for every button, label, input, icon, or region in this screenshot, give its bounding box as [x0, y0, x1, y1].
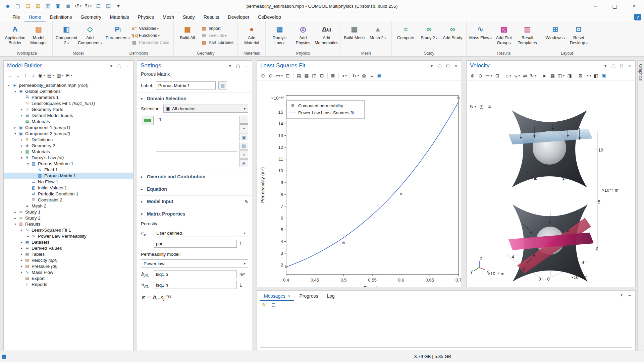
selection-graphics-toggle[interactable]	[141, 116, 154, 125]
tree-item-definitions[interactable]: ▸≡Definitions	[4, 136, 133, 142]
scene-grid-icon[interactable]: ▦	[549, 72, 556, 80]
menu-materials[interactable]: Materials	[106, 13, 133, 21]
new-file-icon[interactable]: ▢	[13, 2, 22, 10]
expander-icon[interactable]: ▸	[19, 258, 24, 262]
tree-item-component-1[interactable]: ▸▣Component 1 (comp1)	[4, 124, 133, 130]
expander-icon[interactable]: ▾	[25, 162, 31, 166]
panel-menu-icon[interactable]: ▾	[619, 293, 624, 298]
tree-item-initial-values-1[interactable]: ◧Initial Values 1	[4, 185, 133, 191]
tab-log[interactable]: Log	[323, 292, 338, 301]
save-icon[interactable]: ▣	[54, 2, 62, 10]
panel-minimize-icon[interactable]: –	[244, 63, 249, 68]
transparency-icon[interactable]: ◧	[592, 72, 600, 80]
expander-icon[interactable]: ▸	[19, 114, 24, 117]
save-to-manager-icon[interactable]: ≣	[64, 2, 72, 10]
tree-item-power-law-permeability[interactable]: ▸∿Power Law Permeability	[4, 233, 133, 239]
graphics-window-icon[interactable]: ▣	[600, 72, 607, 80]
clear-messages-icon[interactable]: ✎	[260, 301, 268, 309]
panel-menu-icon[interactable]: ▾	[228, 63, 232, 68]
tree-item-component-2[interactable]: ▾▣Component 2 (comp2)	[4, 130, 133, 136]
expander-icon[interactable]: ▾	[19, 156, 24, 160]
panel-close-icon[interactable]: ×	[453, 63, 458, 68]
tree-item-mass-flow[interactable]: ▸∿Mass Flow	[4, 269, 133, 275]
variables-button[interactable]: a=Variables▾	[130, 25, 171, 31]
section-domain-selection[interactable]: ▾ Domain Selection	[137, 93, 252, 103]
grid-toggle-icon[interactable]: ▦	[303, 72, 310, 80]
close-button[interactable]: ×	[625, 0, 644, 12]
tree-item-global-definitions[interactable]: ▾◉Global Definitions	[4, 88, 133, 94]
expander-icon[interactable]: ▾	[6, 83, 11, 87]
menu-physics[interactable]: Physics	[133, 13, 158, 21]
nav-forward-icon[interactable]: →	[14, 71, 21, 79]
least-squares-chart[interactable]: 234567891011121314150.40.450.50.550.60.6…	[257, 81, 462, 287]
tree-item-periodic-condition-1[interactable]: ⇄Periodic Condition 1	[4, 191, 133, 197]
zoom-out-icon[interactable]: ⊖	[477, 72, 484, 80]
zoom-box-icon[interactable]: ▭▾	[484, 72, 493, 80]
selection-list-item[interactable]: 1	[156, 117, 237, 122]
expander-icon[interactable]: ▸	[13, 126, 18, 129]
expander-icon[interactable]: ▸	[19, 270, 24, 274]
lock-view-icon[interactable]: ⊠	[577, 72, 584, 80]
panel-minimize-icon[interactable]: –	[627, 293, 632, 298]
tree-item-velocity[interactable]: ▸▧Velocity (spf)	[4, 257, 133, 263]
expander-icon[interactable]: ▸	[13, 210, 18, 214]
messages-content[interactable]	[260, 311, 632, 348]
velocity-canvas[interactable]: z y x 10×10⁻⁴ m5042×10⁻⁴ m0024×10⁻⁴ m ↻▾…	[467, 81, 635, 287]
print-icon[interactable]: ≡	[368, 72, 375, 80]
copy-selection-icon[interactable]: ▣	[239, 133, 248, 141]
tree-item-geometry-2[interactable]: ▸◆Geometry 2	[4, 142, 133, 148]
windows-button[interactable]: ⊞Windows▾	[544, 23, 567, 41]
add-component-button[interactable]: ◇Add Component▾	[78, 23, 101, 46]
expander-icon[interactable]: ▸	[19, 240, 24, 244]
livelink-button[interactable]: ⊞LiveLink▾	[200, 33, 235, 38]
section-model-input[interactable]: ▸ Model Input ✎	[137, 195, 252, 206]
panel-maximize-icon[interactable]: ⊡	[619, 63, 624, 68]
tree-item-fluid-1[interactable]: ≋Fluid 1	[4, 167, 133, 173]
reset-desktop-button[interactable]: ⊡Reset Desktop▾	[567, 23, 590, 46]
graphics-window-icon[interactable]: ▣	[376, 72, 383, 80]
compute-button[interactable]: =Compute	[394, 23, 417, 41]
align-camera-icon[interactable]: ⇄	[521, 72, 529, 80]
tree-item-materials[interactable]: ▦Materials	[4, 118, 133, 124]
scene-light-icon[interactable]: ◔▾	[585, 72, 592, 80]
expander-icon[interactable]: ▸	[19, 252, 24, 256]
add-to-selection-icon[interactable]: +	[239, 116, 248, 124]
legend-toggle-icon[interactable]: ◫	[311, 72, 318, 80]
tree-item-darcy-s-law[interactable]: ▾▼Darcy's Law (dl)	[4, 155, 133, 161]
expander-icon[interactable]: ▾	[13, 222, 18, 226]
panel-minimize-icon[interactable]: –	[125, 63, 130, 68]
mesh-2-button[interactable]: ▲Mesh 2▾	[366, 23, 389, 41]
tree-item-pressure[interactable]: ▸▧Pressure (dl)	[4, 263, 133, 269]
expander-icon[interactable]: ▸	[19, 264, 24, 268]
tree-item-porous-medium-1[interactable]: ▾▨Porous Medium 1	[4, 161, 133, 167]
section-equation[interactable]: ▸ Equation	[137, 183, 252, 194]
undo-icon[interactable]: ↺▾	[74, 2, 83, 10]
collapse-expand-icon[interactable]: ⊞▾	[65, 71, 73, 79]
tree-item-reports[interactable]: ▯Reports	[4, 281, 133, 287]
zoom-out-icon[interactable]: ⊖	[267, 72, 274, 80]
domain-selection-list[interactable]: 1	[156, 116, 237, 152]
tree-table-icon[interactable]: ▤▾	[46, 71, 55, 79]
show-display-icon[interactable]: ◉▾	[37, 71, 46, 79]
open-file-icon[interactable]: ▤	[23, 2, 32, 10]
move-down-icon[interactable]: ↓	[30, 71, 37, 79]
functions-button[interactable]: f(x)Functions▾	[130, 33, 171, 38]
parameter-case-button[interactable]: ▦Parameter Case	[130, 40, 171, 45]
menu-study[interactable]: Study	[178, 13, 199, 21]
quick-access-menu-icon[interactable]: ▾	[114, 2, 123, 10]
model-manager-open-icon[interactable]: ▦	[34, 2, 42, 10]
tree-item-no-flow-1[interactable]: ▭No Flow 1	[4, 179, 133, 185]
minimize-button[interactable]: –	[586, 0, 605, 12]
view-direction-icon[interactable]: ↘▾	[513, 72, 521, 80]
menu-mesh[interactable]: Mesh	[158, 13, 178, 21]
parameters-button[interactable]: PᵢParameters▾	[106, 23, 129, 41]
nav-back-icon[interactable]: ←	[6, 71, 14, 79]
panel-float-icon[interactable]: ▢	[611, 63, 616, 68]
redo-icon[interactable]: ↻▾	[84, 2, 93, 10]
add-study-button[interactable]: ∞Add Study	[441, 23, 464, 41]
panel-float-icon[interactable]: ▢	[117, 63, 122, 68]
copy-icon[interactable]: ⧠	[94, 2, 103, 10]
expander-icon[interactable]: ▾	[19, 228, 24, 232]
plot-canvas[interactable]: 234567891011121314150.40.450.50.550.60.6…	[257, 81, 462, 287]
menu-developer[interactable]: Developer	[224, 13, 254, 21]
